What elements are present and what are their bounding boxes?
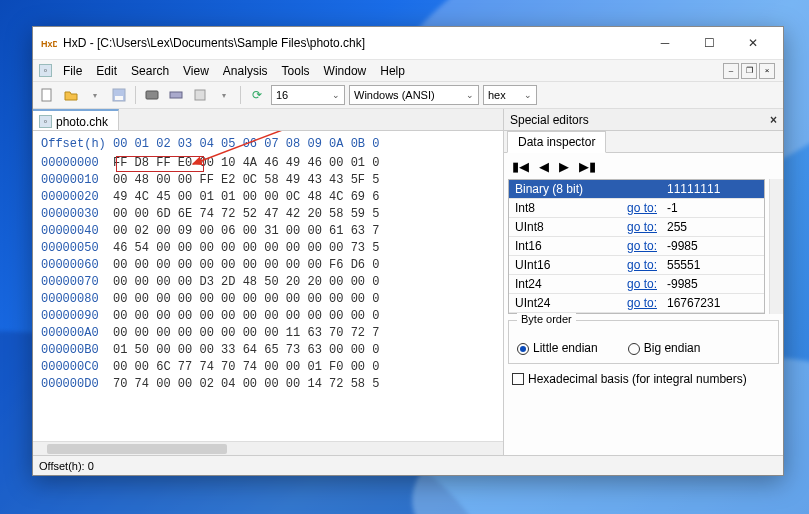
special-editors-title: Special editors <box>510 113 589 127</box>
menu-view[interactable]: View <box>176 62 216 80</box>
inspector-row[interactable]: Int8go to:-1 <box>509 199 764 218</box>
goto-link[interactable]: go to: <box>619 296 661 310</box>
open-ram-icon[interactable] <box>166 85 186 105</box>
goto-link[interactable]: go to: <box>619 277 661 291</box>
data-inspector-panel: Data inspector ▮◀ ◀ ▶ ▶▮ Binary (8 bit) … <box>503 131 783 455</box>
hex-row[interactable]: 00000020 49 4C 45 00 01 01 00 00 0C 48 4… <box>41 189 503 206</box>
panel-close-icon[interactable]: × <box>770 113 777 127</box>
open-process-dropdown-icon[interactable]: ▾ <box>214 85 234 105</box>
hex-editor-area[interactable]: Offset(h) 00 01 02 03 04 05 06 07 08 09 … <box>33 131 503 455</box>
mdi-close-icon[interactable]: × <box>759 63 775 79</box>
hex-row[interactable]: 000000C0 00 00 6C 77 74 70 74 00 00 01 F… <box>41 359 503 376</box>
checkbox-icon <box>512 373 524 385</box>
inspector-vertical-scrollbar[interactable] <box>769 179 783 314</box>
maximize-button[interactable]: ☐ <box>687 28 731 58</box>
minimize-button[interactable]: ─ <box>643 28 687 58</box>
encoding-select[interactable]: Windows (ANSI)⌄ <box>349 85 479 105</box>
special-editors-header: Special editors × <box>503 109 783 130</box>
inspector-header-row[interactable]: Binary (8 bit) 11111111 <box>509 180 764 199</box>
save-icon[interactable] <box>109 85 129 105</box>
hex-row[interactable]: 000000B0 01 50 00 00 00 33 64 65 73 63 0… <box>41 342 503 359</box>
open-disk-icon[interactable] <box>142 85 162 105</box>
hex-row[interactable]: 000000A0 00 00 00 00 00 00 00 00 11 63 7… <box>41 325 503 342</box>
hex-row[interactable]: 00000030 00 00 6D 6E 74 72 52 47 42 20 5… <box>41 206 503 223</box>
inspector-row[interactable]: UInt16go to:55551 <box>509 256 764 275</box>
tab-data-inspector[interactable]: Data inspector <box>507 131 606 153</box>
mdi-child-icon[interactable]: ▫ <box>39 64 52 77</box>
goto-link[interactable]: go to: <box>619 201 661 215</box>
chevron-down-icon: ⌄ <box>328 90 340 100</box>
inspector-row[interactable]: UInt8go to:255 <box>509 218 764 237</box>
prev-icon[interactable]: ◀ <box>539 159 549 174</box>
hex-row[interactable]: 00000040 00 02 00 09 00 06 00 31 00 00 6… <box>41 223 503 240</box>
svg-rect-4 <box>146 91 158 99</box>
document-tab-label: photo.chk <box>56 115 108 129</box>
new-file-icon[interactable] <box>37 85 57 105</box>
hex-basis-label: Hexadecimal basis (for integral numbers) <box>528 372 747 386</box>
goto-link[interactable]: go to: <box>619 239 661 253</box>
base-value: hex <box>488 89 506 101</box>
menu-file[interactable]: File <box>56 62 89 80</box>
bytes-per-row-input[interactable]: 16⌄ <box>271 85 345 105</box>
titlebar[interactable]: HxD HxD - [C:\Users\Lex\Documents\Sample… <box>33 27 783 59</box>
hex-row[interactable]: 00000070 00 00 00 00 D3 2D 48 50 20 20 0… <box>41 274 503 291</box>
open-dropdown-icon[interactable]: ▾ <box>85 85 105 105</box>
toolbar: ▾ ▾ ⟳ 16⌄ Windows (ANSI)⌄ hex⌄ <box>33 81 783 109</box>
bytes-per-row-value: 16 <box>276 89 288 101</box>
inspector-grid: Binary (8 bit) 11111111 Int8go to:-1UInt… <box>508 179 765 314</box>
hex-row[interactable]: 00000060 00 00 00 00 00 00 00 00 00 00 F… <box>41 257 503 274</box>
base-select[interactable]: hex⌄ <box>483 85 537 105</box>
byte-order-legend: Byte order <box>517 313 576 325</box>
open-file-icon[interactable] <box>61 85 81 105</box>
next-icon[interactable]: ▶ <box>559 159 569 174</box>
byte-order-group: Byte order Little endian Big endian <box>508 320 779 364</box>
inspector-row[interactable]: Int16go to:-9985 <box>509 237 764 256</box>
hex-row[interactable]: 00000090 00 00 00 00 00 00 00 00 00 00 0… <box>41 308 503 325</box>
menu-tools[interactable]: Tools <box>275 62 317 80</box>
document-icon: ▫ <box>39 115 52 128</box>
offset-header: Offset(h) 00 01 02 03 04 05 06 07 08 09 … <box>41 135 503 155</box>
menu-search[interactable]: Search <box>124 62 176 80</box>
encoding-value: Windows (ANSI) <box>354 89 435 101</box>
inspector-header-name: Binary (8 bit) <box>509 182 619 196</box>
radio-big-endian[interactable]: Big endian <box>628 341 701 355</box>
hex-row[interactable]: 00000000 FF D8 FF E0 00 10 4A 46 49 46 0… <box>41 155 503 172</box>
inspector-row[interactable]: Int24go to:-9985 <box>509 275 764 294</box>
horizontal-scrollbar[interactable] <box>33 441 503 455</box>
chevron-down-icon: ⌄ <box>520 90 532 100</box>
goto-link[interactable]: go to: <box>619 258 661 272</box>
menu-help[interactable]: Help <box>373 62 412 80</box>
hex-row[interactable]: 00000050 46 54 00 00 00 00 00 00 00 00 0… <box>41 240 503 257</box>
inspector-header-value: 11111111 <box>661 182 764 196</box>
hex-row[interactable]: 00000080 00 00 00 00 00 00 00 00 00 00 0… <box>41 291 503 308</box>
mdi-restore-icon[interactable]: ❐ <box>741 63 757 79</box>
last-icon[interactable]: ▶▮ <box>579 159 596 174</box>
hex-basis-checkbox[interactable]: Hexadecimal basis (for integral numbers) <box>512 372 775 386</box>
menubar: ▫ File Edit Search View Analysis Tools W… <box>33 59 783 81</box>
close-button[interactable]: ✕ <box>731 28 775 58</box>
first-icon[interactable]: ▮◀ <box>512 159 529 174</box>
app-icon: HxD <box>41 35 57 51</box>
status-offset: Offset(h): 0 <box>39 460 94 472</box>
menu-analysis[interactable]: Analysis <box>216 62 275 80</box>
menu-edit[interactable]: Edit <box>89 62 124 80</box>
mdi-minimize-icon[interactable]: – <box>723 63 739 79</box>
hex-row[interactable]: 00000010 00 48 00 00 FF E2 0C 58 49 43 4… <box>41 172 503 189</box>
svg-rect-6 <box>195 90 205 100</box>
svg-rect-3 <box>115 96 123 100</box>
radio-little-endian[interactable]: Little endian <box>517 341 598 355</box>
goto-link[interactable]: go to: <box>619 220 661 234</box>
tabs-row: ▫ photo.chk Special editors × <box>33 109 783 131</box>
refresh-icon[interactable]: ⟳ <box>247 85 267 105</box>
inspector-nav: ▮◀ ◀ ▶ ▶▮ <box>504 153 783 179</box>
inspector-row[interactable]: UInt24go to:16767231 <box>509 294 764 313</box>
chevron-down-icon: ⌄ <box>462 90 474 100</box>
svg-rect-5 <box>170 92 182 98</box>
document-tab[interactable]: ▫ photo.chk <box>33 109 119 130</box>
open-process-icon[interactable] <box>190 85 210 105</box>
window-title: HxD - [C:\Users\Lex\Documents\Sample Fil… <box>63 36 643 50</box>
menu-window[interactable]: Window <box>317 62 374 80</box>
hex-row[interactable]: 000000D0 70 74 00 00 02 04 00 00 00 14 7… <box>41 376 503 393</box>
app-window: HxD HxD - [C:\Users\Lex\Documents\Sample… <box>32 26 784 476</box>
statusbar: Offset(h): 0 <box>33 455 783 475</box>
